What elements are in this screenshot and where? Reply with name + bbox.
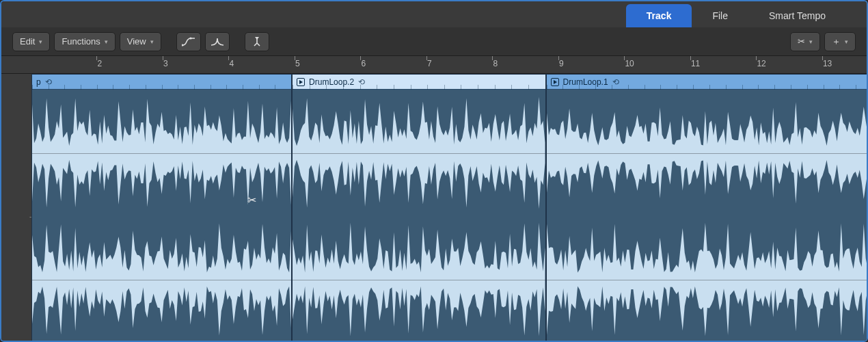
chevron-down-icon: ▾ <box>845 38 848 45</box>
ruler-bar-number: 11 <box>691 59 700 68</box>
svg-point-0 <box>182 44 184 46</box>
audio-region[interactable]: p⟲ <box>31 74 292 342</box>
plus-icon: ＋ <box>832 36 841 48</box>
ruler-bar-number: 3 <box>163 59 168 68</box>
automation-curve-icon <box>182 37 195 47</box>
waveform-stack <box>547 90 868 342</box>
scissors-icon: ✂︎ <box>798 36 805 47</box>
crossfade-button[interactable] <box>205 32 230 51</box>
audio-region[interactable]: DrumLoop.2⟲ <box>292 74 546 342</box>
ruler-bar-number: 5 <box>295 59 300 68</box>
tool-add-menu[interactable]: ＋▾ <box>824 32 856 51</box>
editor-toolbar: Edit▾ Functions▾ View▾ ✂︎▾ ＋▾ <box>1 27 867 56</box>
edit-menu[interactable]: Edit▾ <box>12 32 50 51</box>
bar-ruler[interactable]: 234567891011121314 <box>1 56 867 74</box>
flex-button[interactable] <box>176 32 201 51</box>
audio-track-area: 100500-50-100100500-50-100 p⟲DrumLoop.2⟲… <box>1 74 867 342</box>
ruler-bar-number: 9 <box>559 59 564 68</box>
ruler-bar-number: 13 <box>823 59 832 68</box>
ruler-bar-number: 7 <box>427 59 432 68</box>
functions-menu[interactable]: Functions▾ <box>54 32 115 51</box>
waveform-channel <box>293 216 545 342</box>
ruler-bar-number: 6 <box>361 59 366 68</box>
waveform-channel <box>32 90 291 216</box>
waveform-stack <box>32 90 291 342</box>
ruler-bar-number: 4 <box>229 59 234 68</box>
waveform-channel <box>32 216 291 342</box>
region-header[interactable]: DrumLoop.2⟲ <box>293 75 545 90</box>
waveform-channel <box>547 216 868 342</box>
region-subticks <box>547 85 868 90</box>
chevron-down-icon: ▾ <box>39 38 42 45</box>
chevron-down-icon: ▾ <box>150 38 154 45</box>
tab-track[interactable]: Track <box>626 4 692 27</box>
catch-playhead-button[interactable] <box>245 32 269 51</box>
region-header[interactable]: DrumLoop.1⟲ <box>547 75 868 90</box>
region-subticks <box>32 85 291 90</box>
top-tab-bar: Track File Smart Tempo <box>1 1 867 27</box>
svg-point-1 <box>189 37 191 39</box>
region-header[interactable]: p⟲ <box>32 75 291 90</box>
chevron-down-icon: ▾ <box>809 38 813 45</box>
tab-file[interactable]: File <box>692 4 748 27</box>
region-subticks <box>293 85 545 90</box>
waveform-channel <box>293 90 545 216</box>
ruler-bar-number: 10 <box>625 59 634 68</box>
waveform-stack <box>293 90 545 342</box>
regions-container[interactable]: p⟲DrumLoop.2⟲DrumLoop.1⟲ <box>48 74 867 342</box>
tab-smart-tempo[interactable]: Smart Tempo <box>748 4 846 27</box>
audio-region[interactable]: DrumLoop.1⟲ <box>546 74 868 342</box>
ruler-bar-number: 2 <box>97 59 102 68</box>
ruler-bar-number: 8 <box>493 59 498 68</box>
waveform-channel <box>547 90 868 216</box>
ruler-bar-number: 12 <box>757 59 765 68</box>
chevron-down-icon: ▾ <box>105 38 108 45</box>
tool-scissors-menu[interactable]: ✂︎▾ <box>790 32 820 51</box>
crossfade-icon <box>211 37 224 47</box>
view-menu[interactable]: View▾ <box>120 32 161 51</box>
playhead-marker-icon <box>252 36 262 47</box>
